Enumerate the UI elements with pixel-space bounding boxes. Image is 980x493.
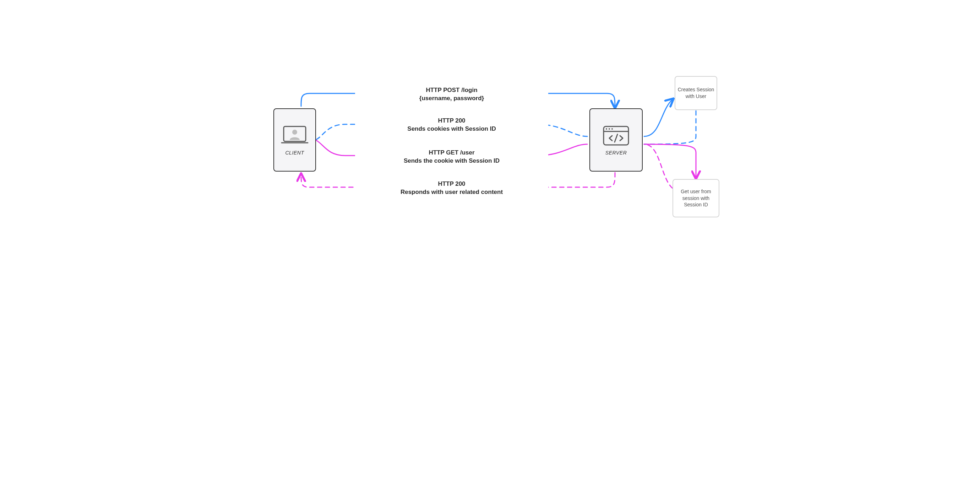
label-post-login: HTTP POST /login {username, password} [355,86,548,104]
flow-server-to-get [644,144,696,177]
server-node: SERVER [589,108,643,172]
label-resp-cookies-l2: Sends cookies with Session ID [360,125,544,133]
note-get-session-text: Get user from session with Session ID [675,188,716,209]
label-post-login-l1: HTTP POST /login [360,86,544,94]
flow-create-to-server [644,111,696,144]
client-node: CLIENT [274,108,316,172]
label-post-login-l2: {username, password} [360,94,544,103]
flow-server-to-create [644,99,673,136]
flow-get-to-server [644,144,673,188]
label-get-user: HTTP GET /user Sends the cookie with Ses… [355,148,548,166]
diagram-stage: CLIENT SERVER Creates Session with User … [217,0,763,274]
label-resp-content-l1: HTTP 200 [360,180,544,188]
label-resp-content: HTTP 200 Responds with user related cont… [355,179,548,197]
svg-point-2 [292,130,297,135]
code-window-icon [601,124,631,147]
server-label: SERVER [605,150,627,156]
label-get-user-l1: HTTP GET /user [360,149,544,157]
client-label: CLIENT [285,150,304,156]
laptop-icon [280,124,309,147]
svg-point-6 [609,128,610,130]
svg-point-5 [606,128,607,130]
svg-line-8 [615,134,617,142]
note-get-session: Get user from session with Session ID [673,179,719,217]
note-create-session: Creates Session with User [675,76,717,110]
label-resp-cookies-l1: HTTP 200 [360,117,544,125]
svg-rect-3 [604,126,628,145]
svg-point-7 [611,128,613,130]
label-resp-cookies: HTTP 200 Sends cookies with Session ID [355,116,548,134]
note-create-session-text: Creates Session with User [678,86,714,100]
label-resp-content-l2: Responds with user related content [360,188,544,196]
label-get-user-l2: Sends the cookie with Session ID [360,157,544,165]
